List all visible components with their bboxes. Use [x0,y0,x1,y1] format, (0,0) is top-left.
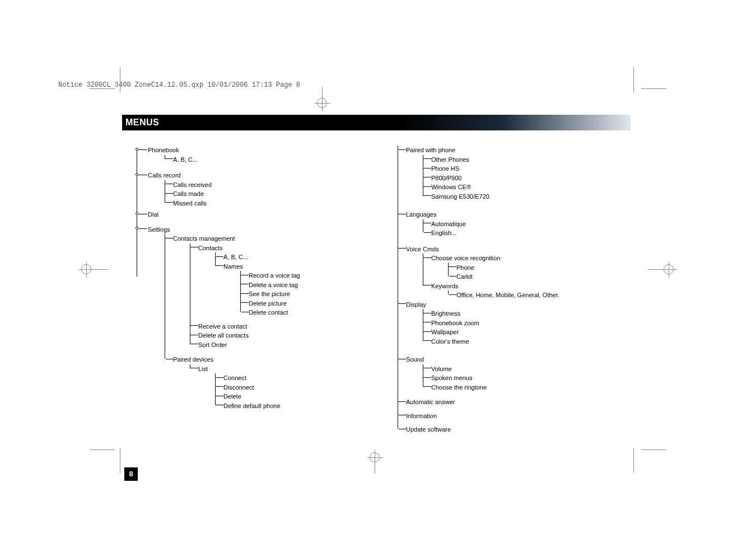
label-phonebook-abc: A, B, C... [173,155,198,165]
tree-column-right: Paired with phone Other Phones Phone HS … [398,146,633,434]
node-disconnect: Disconnect [216,383,375,392]
node-ringtone: Choose the ringtone [423,383,633,392]
node-calls-made: Calls made [165,189,375,199]
node-update-software: Update software [398,425,633,434]
node-recog-carkit: Carkit [449,272,633,282]
frame-top [633,67,634,92]
node-windows-ce: Windows CE® [423,182,633,192]
node-other-phones: Other Phones [423,155,633,165]
node-voice-cmds: Voice Cmds Choose voice recognition Phon… [398,245,633,300]
node-delete: Delete [216,392,375,401]
node-calls-record: Calls record Calls received Calls made M… [140,171,375,208]
page-number: 8 [124,467,138,481]
crop-mark-bottom-vline [375,463,375,474]
node-calls-missed: Missed calls [165,199,375,208]
label-calls-received: Calls received [173,180,212,190]
node-auto-answer: Automatic answer [398,397,633,407]
label-paired-devices: Paired devices [173,355,213,364]
node-record-voice-tag: Record a voice tag [241,271,375,280]
node-english: English... [423,228,633,238]
frame-top2 [641,88,666,89]
label-dial: Dial [148,210,158,219]
menu-tree: Phonebook A, B, C... Calls record Calls … [140,146,633,434]
node-pb-zoom: Phonebook zoom [423,318,633,328]
node-information: Information [398,411,633,421]
label-keywords-list: Office, Home, Mobile, General, Other. [456,291,559,300]
crop-mark-left-line [94,269,108,270]
node-contacts: Contacts A, B, C... Names Record a voice… [190,243,375,317]
crop-mark-left-circle [81,264,91,274]
label-receive-contact: Receive a contact [198,322,247,331]
frame-botL [120,448,120,473]
crop-mark-bottom-circle [370,452,380,462]
label-delete: Delete [223,392,241,401]
label-settings: Settings [148,225,170,235]
label-calls-made: Calls made [173,189,204,199]
label-phone-hs: Phone HS [431,164,459,174]
label-connect: Connect [223,373,246,383]
label-other-phones: Other Phones [431,155,469,165]
label-pb-zoom: Phonebook zoom [431,318,479,328]
node-paired-with-phone: Paired with phone Other Phones Phone HS … [398,146,633,201]
node-delete-picture: Delete picture [241,299,375,308]
source-file-header: Notice 3200CL 3400 ZoneC14.12.05.qxp 10/… [58,81,300,89]
crop-mark-right-circle [664,264,674,274]
label-update-software: Update software [406,425,451,434]
label-delete-all: Delete all contacts [198,331,249,340]
node-delete-contact: Delete contact [241,308,375,317]
frame-topL2 [90,88,115,89]
node-paired-devices: Paired devices List Connect Disconnect D… [165,355,375,410]
label-ringtone: Choose the ringtone [431,383,487,392]
node-p800: P800/P900 [423,174,633,183]
label-recog-carkit: Carkit [456,272,473,282]
label-wallpaper: Wallpaper [431,327,459,337]
node-keywords: Keywords Office, Home, Mobile, General, … [423,282,633,300]
node-choose-recog: Choose voice recognition Phone Carkit [423,254,633,282]
label-recog-phone: Phone [456,263,474,273]
node-wallpaper: Wallpaper [423,327,633,337]
label-record-tag: Record a voice tag [249,271,300,280]
label-english: English... [431,228,456,238]
label-disconnect: Disconnect [223,383,254,392]
node-phonebook: Phonebook A, B, C... [140,146,375,164]
node-calls-received: Calls received [165,180,375,190]
frame-botL2 [90,449,115,450]
label-brightness: Brightness [431,309,460,318]
label-calls-missed: Missed calls [173,199,207,208]
label-contacts-mgmt: Contacts management [173,234,235,243]
node-sound: Sound Volume Spoken menus Choose the rin… [398,355,633,392]
node-phone-hs: Phone HS [423,164,633,174]
label-p800: P800/P900 [431,174,461,183]
node-see-picture: See the picture [241,289,375,299]
label-sound: Sound [406,355,424,364]
label-contacts-abc: A, B, C... [223,252,248,262]
label-delete-contact: Delete contact [249,308,288,317]
label-list: List [198,364,208,374]
node-phonebook-abc: A, B, C... [165,155,375,165]
crop-mark-right-line [648,269,662,270]
label-contacts: Contacts [198,243,222,253]
label-define-default: Define default phone [223,401,281,411]
frame-bot [633,448,634,473]
node-recog-phone: Phone [449,263,633,273]
label-samsung: Samsung E530/E720 [431,192,489,202]
label-choose-recog: Choose voice recognition [431,254,501,263]
label-auto: Automatique [431,219,466,229]
page-title: MENUS [122,115,631,130]
label-languages: Languages [406,210,436,219]
node-delete-voice-tag: Delete a voice tag [241,280,375,290]
frame-bot2 [641,449,666,450]
node-delete-all: Delete all contacts [190,331,375,340]
node-auto: Automatique [423,219,633,229]
label-phonebook: Phonebook [148,146,179,155]
label-keywords: Keywords [431,282,458,291]
label-display: Display [406,300,426,310]
node-settings: Settings Contacts management Contacts A,… [140,225,375,411]
node-list: List Connect Disconnect Delete Define de… [190,364,375,411]
node-define-default: Define default phone [216,401,375,411]
label-voice-cmds: Voice Cmds [406,245,439,254]
node-connect: Connect [216,373,375,383]
label-paired-with-phone: Paired with phone [406,146,455,155]
node-languages: Languages Automatique English... [398,210,633,238]
label-information: Information [406,411,437,421]
